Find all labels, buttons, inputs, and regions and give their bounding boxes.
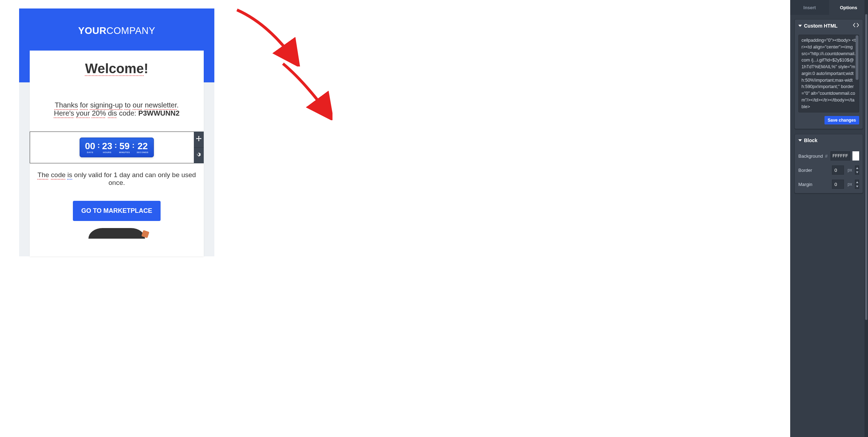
countdown-minutes-value: 59	[119, 141, 130, 151]
panel-tabs: Insert Options	[790, 0, 868, 15]
section-block: Block Background # Border px	[794, 134, 863, 193]
chevron-down-icon	[855, 184, 859, 188]
countdown-hours-label: HOURS	[102, 151, 112, 153]
section-custom-html-title: Custom HTML	[804, 23, 838, 29]
custom-html-editor[interactable]: cellpadding="0"><tbody> <tr><td align="c…	[798, 35, 859, 112]
chevron-up-icon	[855, 180, 859, 184]
countdown-minutes: 59 MINUTES	[119, 141, 130, 153]
countdown-timer: 00 DAYS : 23 HOURS : 59 MINUTES	[80, 138, 154, 157]
email-canvas[interactable]: YOURCOMPANY Welcome! Thanks for signing-…	[0, 0, 790, 437]
section-block-header[interactable]: Block	[795, 134, 863, 146]
svg-marker-10	[856, 181, 858, 183]
countdown-sep: :	[96, 141, 101, 149]
chevron-up-icon	[855, 166, 859, 170]
field-border: Border px	[798, 165, 859, 175]
hash-symbol: #	[825, 153, 827, 159]
welcome-word: Welcome	[85, 61, 144, 76]
svg-rect-5	[197, 138, 201, 139]
margin-label: Margin	[798, 182, 830, 187]
countdown-days-value: 00	[85, 141, 95, 151]
countdown-hours-value: 23	[102, 141, 112, 151]
chevron-down-icon	[855, 170, 859, 174]
options-sidepanel: Insert Options Custom HTML cellpad	[790, 0, 868, 437]
cta-button[interactable]: GO TO MARKETPLACE	[73, 201, 161, 221]
tab-options[interactable]: Options	[829, 0, 868, 15]
caret-down-icon	[798, 25, 802, 27]
border-stepper[interactable]	[855, 165, 859, 175]
field-background: Background #	[798, 151, 859, 161]
gear-icon	[196, 152, 202, 159]
annotation-arrow-bottom	[279, 60, 332, 120]
validity-text: The code is only valid for 1 day and can…	[37, 171, 197, 187]
welcome-heading: Welcome!	[37, 61, 197, 76]
email-body: Welcome! Thanks for signing-up to our ne…	[30, 51, 204, 256]
tab-insert[interactable]: Insert	[790, 0, 829, 15]
move-icon	[196, 136, 202, 143]
border-unit: px	[847, 168, 852, 173]
margin-unit: px	[847, 182, 852, 187]
section-block-title: Block	[804, 138, 817, 143]
svg-marker-8	[856, 167, 858, 169]
brand-light: COMPANY	[106, 25, 155, 36]
editor-scrollbar[interactable]	[856, 35, 858, 80]
countdown-sep: :	[113, 141, 118, 149]
email-preview: YOURCOMPANY Welcome! Thanks for signing-…	[19, 8, 214, 256]
background-color-swatch[interactable]	[852, 151, 859, 161]
move-block-button[interactable]	[194, 132, 204, 148]
countdown-seconds-value: 22	[137, 141, 149, 151]
background-label: Background	[798, 153, 823, 159]
margin-size-input[interactable]	[832, 180, 844, 189]
svg-marker-3	[201, 138, 202, 139]
svg-marker-0	[198, 136, 199, 137]
countdown-hours: 23 HOURS	[102, 141, 112, 153]
annotation-arrow-top	[233, 3, 301, 66]
background-color-input[interactable]	[831, 151, 850, 161]
code-icon	[853, 23, 859, 29]
svg-marker-11	[856, 186, 858, 187]
caret-down-icon	[798, 139, 802, 141]
countdown-seconds: 22 SECONDS	[137, 141, 149, 153]
sidepanel-scrollbar[interactable]	[864, 0, 868, 437]
thanks-line: Thanks for signing-up to our newsletter.	[37, 101, 197, 109]
countdown-sep: :	[131, 141, 136, 149]
countdown-seconds-label: SECONDS	[137, 151, 149, 153]
save-changes-button[interactable]: Save changes	[824, 116, 859, 124]
field-margin: Margin px	[798, 180, 859, 189]
custom-html-code: cellpadding="0"><tbody> <tr><td align="c…	[802, 38, 856, 109]
countdown-days: 00 DAYS	[85, 141, 95, 153]
margin-stepper[interactable]	[855, 180, 859, 189]
brand-bold: YOUR	[78, 25, 106, 36]
welcome-exclam: !	[144, 61, 149, 76]
code-mid: code:	[117, 109, 138, 117]
svg-marker-9	[856, 171, 858, 173]
border-label: Border	[798, 168, 830, 173]
selected-html-block[interactable]: 00 DAYS : 23 HOURS : 59 MINUTES	[30, 132, 204, 163]
svg-marker-2	[196, 138, 197, 139]
block-settings-button[interactable]	[194, 148, 204, 164]
block-tools	[194, 132, 204, 163]
discount-code-line: Here's your 20% dis code: P3WWUNN2	[37, 109, 197, 117]
discount-code-value: P3WWUNN2	[138, 109, 180, 117]
countdown-minutes-label: MINUTES	[119, 151, 130, 153]
svg-marker-1	[198, 140, 199, 141]
section-custom-html: Custom HTML cellpadding="0"><tbody> <tr>…	[794, 19, 863, 129]
product-image-peek	[88, 228, 145, 239]
section-custom-html-header[interactable]: Custom HTML	[795, 19, 863, 32]
border-size-input[interactable]	[832, 165, 844, 175]
brand-logo: YOURCOMPANY	[30, 25, 204, 36]
countdown-days-label: DAYS	[85, 151, 95, 153]
